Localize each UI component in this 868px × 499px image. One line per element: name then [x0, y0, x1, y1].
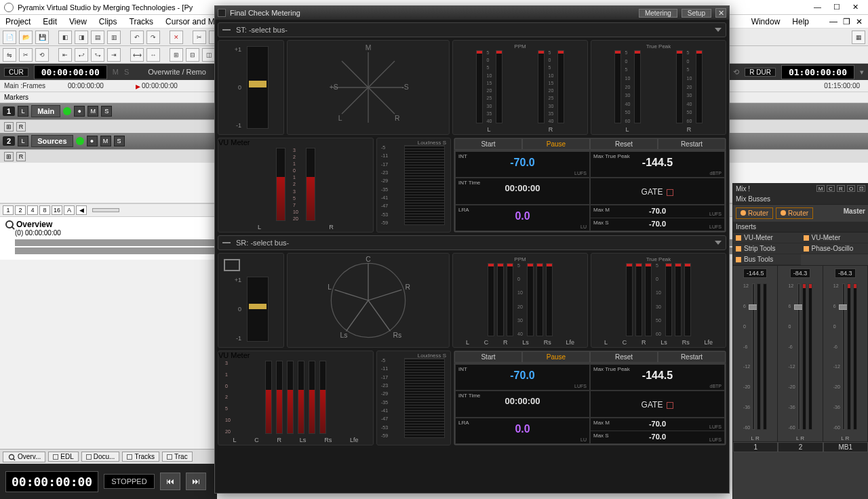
- track-l[interactable]: L: [18, 106, 28, 117]
- minimize-icon[interactable]: —: [814, 3, 821, 12]
- mdi-close-icon[interactable]: ✕: [856, 17, 863, 26]
- tool-icon[interactable]: ⮑: [91, 48, 104, 62]
- menu-window[interactable]: Window: [751, 17, 781, 26]
- save-icon[interactable]: 💾: [35, 31, 49, 44]
- tool-icon[interactable]: ⊞: [170, 48, 183, 62]
- tool-icon[interactable]: ⟲: [35, 48, 49, 62]
- mute-button[interactable]: M: [87, 106, 98, 117]
- menu-cursor[interactable]: Cursor and M: [165, 17, 215, 26]
- expand-icon[interactable]: ⊞: [4, 122, 14, 132]
- delete-icon[interactable]: ✕: [170, 31, 183, 44]
- insert-strip[interactable]: Strip Tools: [733, 243, 801, 254]
- tool-icon[interactable]: ⇋: [3, 48, 16, 62]
- zoom-8[interactable]: 8: [39, 205, 50, 215]
- menu-view[interactable]: View: [69, 17, 87, 26]
- tab-setup[interactable]: Setup: [682, 9, 711, 18]
- tool-icon[interactable]: ◧: [58, 31, 72, 44]
- tool-icon[interactable]: ⊟: [186, 48, 199, 62]
- stats-start[interactable]: Start: [454, 138, 522, 150]
- playhead-icon[interactable]: ▸: [136, 83, 140, 89]
- track-l[interactable]: L: [18, 136, 28, 146]
- router-2[interactable]: Router: [776, 207, 813, 219]
- dropdown-icon[interactable]: [715, 28, 722, 32]
- dropdown-icon[interactable]: [715, 241, 722, 245]
- stats-start[interactable]: Start: [454, 351, 522, 363]
- stats-reset[interactable]: Reset: [590, 138, 658, 150]
- tool-icon[interactable]: ▥: [107, 31, 121, 44]
- mix-ch-num[interactable]: 2: [778, 442, 823, 452]
- track-name[interactable]: Sources: [31, 135, 73, 147]
- insert-vu-r[interactable]: VU-Meter: [801, 233, 869, 243]
- dropdown-icon[interactable]: ▾: [860, 68, 864, 77]
- tool-icon[interactable]: ✂: [19, 48, 33, 62]
- tab-edl[interactable]: EDL: [48, 452, 78, 462]
- fader[interactable]: [752, 283, 755, 430]
- tool-icon[interactable]: ◫: [202, 48, 216, 62]
- rewind-button[interactable]: ⏮: [160, 473, 180, 490]
- menu-tracks[interactable]: Tracks: [130, 17, 154, 26]
- track-r[interactable]: R: [16, 122, 26, 132]
- insert-phase[interactable]: Phase-Oscillo: [801, 243, 869, 254]
- edit-mode[interactable]: Overwrite / Remo: [148, 68, 206, 76]
- auto-icon[interactable]: ●: [74, 106, 85, 117]
- record-arm-icon[interactable]: [76, 137, 84, 145]
- track-r[interactable]: R: [16, 152, 26, 161]
- mute-button[interactable]: M: [100, 136, 111, 146]
- track-name[interactable]: Main: [31, 105, 60, 117]
- zoom-16[interactable]: 16: [52, 205, 62, 215]
- tab-metering[interactable]: Metering: [639, 9, 677, 18]
- tool-icon[interactable]: ⇥: [107, 48, 121, 62]
- mix-channel-1[interactable]: -144.5 1260-6-12-20-36-60 L R: [733, 266, 778, 441]
- collapse-icon[interactable]: [222, 242, 231, 243]
- metering-titlebar[interactable]: Final Check Metering Metering Setup ✕: [215, 6, 729, 20]
- stats-pause[interactable]: Pause: [522, 351, 590, 363]
- meter-icon[interactable]: ▦: [852, 31, 865, 44]
- solo-button[interactable]: S: [101, 106, 112, 117]
- tab-tracks[interactable]: Tracks: [122, 452, 159, 462]
- tab-overview[interactable]: Overv...: [3, 452, 45, 462]
- insert-bus[interactable]: Bus Tools: [733, 254, 801, 265]
- zoom-slider[interactable]: [92, 208, 119, 212]
- mix-menu-icon[interactable]: ⊡: [857, 185, 865, 192]
- zoom-1[interactable]: 1: [3, 205, 14, 215]
- mdi-minimize-icon[interactable]: —: [829, 17, 837, 26]
- close-icon[interactable]: ✕: [852, 3, 859, 12]
- bus-select-st[interactable]: ST: -select bus-: [218, 22, 726, 37]
- mix-ch-num[interactable]: 1: [733, 442, 778, 452]
- expand-icon[interactable]: ⊞: [4, 152, 14, 161]
- metering-close-icon[interactable]: ✕: [715, 8, 726, 18]
- stats-restart[interactable]: Restart: [658, 351, 726, 363]
- open-icon[interactable]: 📂: [19, 31, 33, 44]
- tool-icon[interactable]: ↔: [146, 48, 160, 62]
- tool-icon[interactable]: ▤: [91, 31, 104, 44]
- menu-project[interactable]: Project: [5, 17, 31, 26]
- fader[interactable]: [797, 283, 800, 430]
- insert-vu[interactable]: VU-Meter: [733, 233, 801, 243]
- menu-edit[interactable]: Edit: [43, 17, 57, 26]
- auto-icon[interactable]: ●: [87, 136, 98, 146]
- tool-icon[interactable]: ⇤: [58, 48, 72, 62]
- mix-o[interactable]: O: [847, 185, 855, 192]
- stats-reset[interactable]: Reset: [590, 351, 658, 363]
- router-1[interactable]: Router: [736, 207, 773, 219]
- loop-icon[interactable]: ⟲: [733, 68, 739, 77]
- mdi-restore-icon[interactable]: ❐: [843, 17, 850, 26]
- tool-icon[interactable]: ◨: [75, 31, 88, 44]
- cut-icon[interactable]: ✂: [193, 31, 206, 44]
- mix-channel-2[interactable]: -84.3 1260-6-12-20-36-60 L R: [778, 266, 823, 441]
- zoom-prev[interactable]: ◀: [76, 205, 87, 215]
- zoom-2[interactable]: 2: [15, 205, 26, 215]
- zoom-a[interactable]: A: [64, 205, 75, 215]
- stats-restart[interactable]: Restart: [658, 138, 726, 150]
- mix-c[interactable]: C: [827, 185, 835, 192]
- tool-icon[interactable]: ⮐: [75, 48, 88, 62]
- crop-icon[interactable]: [224, 259, 240, 271]
- redo-icon[interactable]: ↷: [146, 31, 160, 44]
- menu-clips[interactable]: Clips: [99, 17, 117, 26]
- solo-button[interactable]: S: [114, 136, 125, 146]
- fader[interactable]: [842, 283, 845, 430]
- maximize-icon[interactable]: ☐: [833, 3, 840, 12]
- menu-help[interactable]: Help: [792, 17, 809, 26]
- tab-trac[interactable]: Trac: [162, 452, 193, 462]
- collapse-icon[interactable]: [222, 29, 231, 31]
